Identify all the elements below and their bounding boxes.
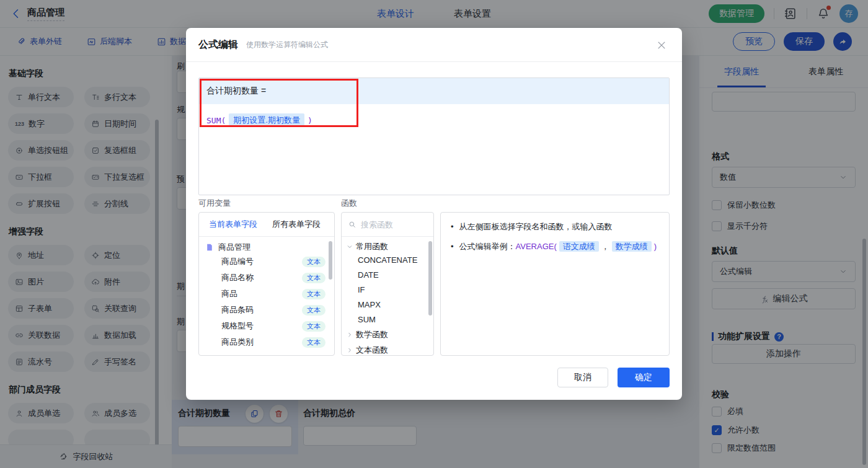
variables-scrollbar[interactable]	[329, 241, 332, 280]
example-token: 语文成绩	[559, 241, 599, 252]
field-token[interactable]: 期初设置.期初数量	[229, 113, 304, 127]
chevron-right-icon	[346, 331, 353, 338]
formula-expression[interactable]: SUM( 期初设置.期初数量 )	[206, 113, 662, 127]
chevron-down-icon	[346, 243, 353, 250]
variables-label: 可用变量	[198, 198, 231, 209]
help-panel: • 从左侧面板选择字段名和函数，或输入函数 • 公式编辑举例：AVERAGE(语…	[440, 212, 670, 356]
function-item[interactable]: DATE	[342, 267, 433, 282]
variable-row[interactable]: 商品文本	[199, 286, 334, 302]
function-item[interactable]: SUM	[342, 312, 433, 327]
cancel-button[interactable]: 取消	[557, 368, 608, 387]
modal-title: 公式编辑	[198, 38, 238, 51]
type-badge: 文本	[302, 289, 326, 299]
tab-all-form-fields[interactable]: 所有表单字段	[272, 219, 321, 230]
variable-row[interactable]: 商品类别文本	[199, 334, 334, 350]
variable-row[interactable]: 商品编号文本	[199, 254, 334, 270]
type-badge: 文本	[302, 337, 326, 348]
chevron-right-icon	[346, 347, 353, 354]
functions-scrollbar[interactable]	[428, 241, 432, 316]
type-badge: 文本	[302, 257, 326, 267]
function-item[interactable]: CONCATENATE	[342, 252, 433, 267]
tab-current-form-fields[interactable]: 当前表单字段	[209, 219, 257, 230]
function-item[interactable]: MAPX	[342, 297, 433, 312]
variables-panel: 当前表单字段 所有表单字段 商品管理 商品编号文本 商品名称文本 商品文本 商品…	[198, 212, 335, 356]
variable-row[interactable]: 商品条码文本	[199, 302, 334, 318]
type-badge: 文本	[302, 305, 326, 316]
help-line-2: • 公式编辑举例：AVERAGE(语文成绩，数学成绩)	[451, 241, 659, 253]
modal-subtitle: 使用数学运算符编辑公式	[246, 40, 328, 50]
help-line-1: • 从左侧面板选择字段名和函数，或输入函数	[451, 221, 659, 233]
formula-edit-modal: 公式编辑 使用数学运算符编辑公式 合计期初数量 = SUM( 期初设置.期初数量…	[186, 28, 682, 400]
close-icon[interactable]	[656, 40, 667, 51]
function-name: SUM(	[206, 116, 226, 125]
formula-target-strip: 合计期初数量 =	[199, 78, 669, 104]
example-token: 数学成绩	[612, 241, 652, 252]
type-badge: 文本	[302, 273, 326, 283]
document-icon	[205, 243, 214, 252]
function-item[interactable]: IF	[342, 282, 433, 297]
type-badge: 文本	[302, 321, 326, 332]
function-group-common[interactable]: 常用函数	[342, 237, 433, 252]
confirm-button[interactable]: 确定	[618, 368, 670, 387]
tree-root-item[interactable]: 商品管理	[199, 237, 334, 254]
search-icon	[348, 220, 356, 229]
variable-row[interactable]: 规格型号文本	[199, 318, 334, 334]
variable-row[interactable]: 商品名称文本	[199, 270, 334, 286]
function-search-input[interactable]	[361, 220, 423, 229]
function-group-text[interactable]: 文本函数	[342, 342, 433, 356]
function-group-math[interactable]: 数学函数	[342, 327, 433, 342]
example-function-name: AVERAGE(	[516, 242, 557, 251]
functions-panel: 常用函数 CONCATENATE DATE IF MAPX SUM 数学函数 文…	[341, 212, 434, 356]
formula-editor[interactable]: 合计期初数量 = SUM( 期初设置.期初数量 )	[198, 77, 670, 195]
closing-paren: )	[308, 116, 312, 125]
functions-label: 函数	[341, 198, 357, 209]
